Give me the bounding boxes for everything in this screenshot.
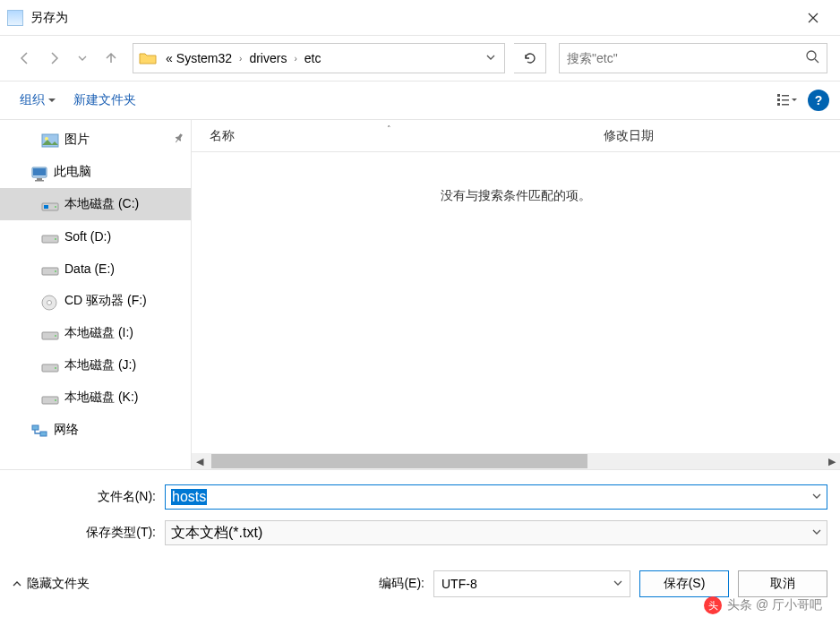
forward-button[interactable] [41,46,66,71]
recent-button[interactable] [70,46,95,71]
sidebar-item-label: 本地磁盘 (J:) [64,357,136,373]
sidebar-item-label: 本地磁盘 (I:) [64,325,133,341]
save-button[interactable]: 保存(S) [639,570,729,597]
organize-button[interactable]: 组织 [11,89,64,112]
search-input[interactable] [567,51,805,65]
horizontal-scrollbar[interactable]: ◀ ▶ [192,453,840,469]
svg-point-8 [45,137,48,141]
refresh-button[interactable] [514,43,546,73]
refresh-icon [523,51,537,65]
sidebar-item-6[interactable]: 本地磁盘 (I:) [0,317,191,349]
empty-message: 没有与搜索条件匹配的项。 [192,152,840,204]
column-name[interactable]: ˄ 名称 [192,128,586,144]
svg-point-0 [807,51,816,60]
arrow-up-icon [103,50,119,66]
sidebar-item-1[interactable]: 此电脑 [0,156,191,188]
sidebar-item-label: 网络 [54,422,79,438]
encoding-select[interactable]: UTF-8 [433,570,630,597]
column-modified[interactable]: 修改日期 [586,128,672,144]
svg-point-17 [55,238,56,240]
chevron-down-icon [48,97,56,104]
filename-value: hosts [171,489,207,505]
sidebar-item-2[interactable]: 本地磁盘 (C:) [0,188,191,220]
sidebar-item-8[interactable]: 本地磁盘 (K:) [0,381,191,414]
new-folder-button[interactable]: 新建文件夹 [64,89,145,112]
address-bar[interactable]: « System32 › drivers › etc [133,43,505,73]
drive-icon [41,391,59,404]
svg-rect-4 [782,95,789,97]
sidebar-item-5[interactable]: CD 驱动器 (F:) [0,285,191,317]
view-button[interactable] [772,87,802,114]
svg-rect-28 [32,425,39,430]
svg-rect-6 [782,104,789,106]
view-icon [777,92,797,108]
address-dropdown[interactable] [483,52,499,64]
toolbar: 组织 新建文件夹 ? [0,81,840,120]
app-icon [7,10,23,26]
sort-indicator-icon: ˄ [387,124,391,133]
new-folder-label: 新建文件夹 [73,92,136,108]
sidebar-item-9[interactable]: 网络 [0,414,191,446]
sidebar-item-label: CD 驱动器 (F:) [64,293,147,309]
search-icon[interactable] [805,49,819,67]
folder-icon [139,51,157,65]
cd-icon [41,295,59,307]
sidebar-item-label: 本地磁盘 (C:) [64,196,139,212]
svg-point-21 [47,301,52,305]
drive-icon [41,262,59,275]
titlebar: 另存为 [0,0,840,36]
chevron-down-icon [613,578,622,587]
drive-win-icon [41,198,59,210]
scroll-right-icon[interactable]: ▶ [824,456,840,467]
search-box[interactable] [559,43,827,73]
sidebar-item-4[interactable]: Data (E:) [0,253,191,285]
filename-dropdown[interactable] [812,492,821,502]
network-icon [30,424,48,436]
bottom-bar: 隐藏文件夹 编码(E): UTF-8 保存(S) 取消 [0,563,840,608]
breadcrumb-prefix[interactable]: « [164,51,175,65]
help-icon: ? [815,93,823,107]
pc-icon [30,166,48,178]
encoding-value: UTF-8 [441,577,477,591]
svg-rect-14 [44,205,48,209]
filetype-label: 保存类型(T): [13,525,165,541]
scroll-left-icon[interactable]: ◀ [192,456,208,467]
chevron-down-icon [812,492,821,501]
filename-label: 文件名(N): [13,489,165,505]
filetype-dropdown[interactable] [812,527,821,538]
sidebar[interactable]: 图片此电脑本地磁盘 (C:)Soft (D:)Data (E:)CD 驱动器 (… [0,120,192,469]
body: 图片此电脑本地磁盘 (C:)Soft (D:)Data (E:)CD 驱动器 (… [0,120,840,469]
back-button[interactable] [13,46,38,71]
up-button[interactable] [99,46,124,71]
cancel-button[interactable]: 取消 [738,570,827,597]
filename-row: 文件名(N): hosts [13,484,827,510]
pin-icon [174,133,184,146]
sidebar-item-0[interactable]: 图片 [0,124,191,156]
svg-point-25 [55,367,56,369]
svg-rect-11 [37,178,42,180]
scroll-thumb[interactable] [211,454,587,468]
breadcrumb-2[interactable]: etc [303,51,323,65]
hide-folders-button[interactable]: 隐藏文件夹 [13,576,90,592]
chevron-down-icon [812,527,821,536]
encoding-dropdown-icon [613,578,622,589]
breadcrumb-0[interactable]: System32 [175,51,234,65]
svg-rect-10 [33,168,46,176]
filetype-row: 保存类型(T): 文本文档(*.txt) [13,520,827,545]
cancel-label: 取消 [770,576,795,592]
sidebar-item-7[interactable]: 本地磁盘 (J:) [0,349,191,381]
drive-icon [41,327,59,339]
filetype-field[interactable]: 文本文档(*.txt) [165,520,827,545]
help-button[interactable]: ? [808,90,829,111]
sidebar-item-3[interactable]: Soft (D:) [0,220,191,253]
filename-field[interactable]: hosts [165,484,827,510]
breadcrumb-1[interactable]: drivers [247,51,288,65]
svg-rect-5 [782,99,789,101]
chevron-up-icon [13,579,21,588]
navbar: « System32 › drivers › etc [0,36,840,81]
breadcrumb-sep: › [288,54,302,64]
sidebar-item-label: 图片 [64,132,90,148]
filetype-value: 文本文档(*.txt) [171,524,262,543]
close-button[interactable] [793,2,833,34]
column-modified-label: 修改日期 [604,128,654,142]
